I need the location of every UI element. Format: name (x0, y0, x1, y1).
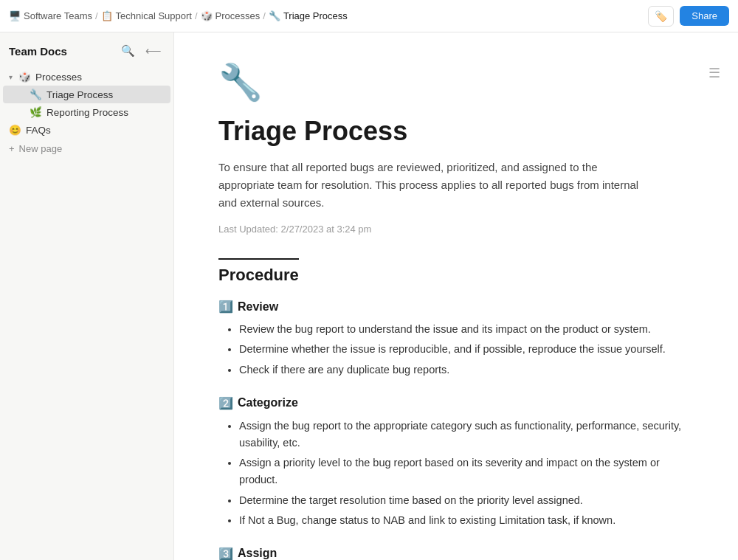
breadcrumb-sep-3: / (263, 10, 266, 21)
plus-icon: + (9, 143, 15, 154)
breadcrumb-sep-1: / (95, 10, 98, 21)
triage-process-label: Triage Process (283, 10, 348, 21)
breadcrumb-item-technical-support[interactable]: 📋 Technical Support (101, 10, 192, 21)
new-page-label: New page (19, 143, 63, 154)
list-item: Determine the target resolution time bas… (239, 492, 694, 509)
chevron-down-icon: ▾ (9, 73, 13, 81)
processes-emoji: 🎲 (201, 10, 213, 21)
sidebar-item-processes[interactable]: ▾ 🎲 Processes (0, 68, 173, 86)
processes-section-emoji: 🎲 (18, 71, 31, 83)
triage-process-nav-label: Triage Process (46, 89, 113, 100)
list-item: Check if there are any duplicate bug rep… (239, 362, 694, 378)
step-categorize: 2️⃣ Categorize Assign the bug report to … (218, 396, 694, 529)
step-review-label: Review (238, 300, 278, 314)
software-teams-emoji: 🖥️ (9, 10, 21, 21)
reporting-process-icon: 🌿 (30, 106, 42, 118)
sidebar: Team Docs 🔍 ⟵ ▾ 🎲 Processes 🔧 Triage Pro… (0, 32, 174, 560)
breadcrumb-sep-2: / (195, 10, 198, 21)
list-item: If Not a Bug, change status to NAB and l… (239, 512, 694, 529)
processes-label: Processes (215, 10, 261, 21)
triage-process-emoji: 🔧 (269, 10, 280, 21)
step-assign-title: 3️⃣ Assign (218, 547, 694, 560)
new-page-button[interactable]: + New page (0, 140, 173, 157)
section-heading: Procedure (218, 258, 299, 285)
outline-toggle-button[interactable]: ☰ (706, 62, 723, 84)
main-layout: Team Docs 🔍 ⟵ ▾ 🎲 Processes 🔧 Triage Pro… (0, 32, 738, 560)
last-updated: Last Updated: 2/27/2023 at 3:24 pm (218, 224, 694, 235)
step-2-emoji: 2️⃣ (218, 396, 233, 410)
step-categorize-bullets: Assign the bug report to the appropriate… (218, 418, 694, 529)
step-assign-label: Assign (238, 547, 277, 560)
page-description: To ensure that all reported bugs are rev… (218, 159, 646, 212)
bookmark-button[interactable]: 🏷️ (648, 6, 674, 27)
technical-support-label: Technical Support (116, 10, 192, 21)
page-emoji: 🔧 (218, 62, 694, 103)
content-area: ☰ 🔧 Triage Process To ensure that all re… (174, 32, 738, 560)
top-bar: 🖥️ Software Teams / 📋 Technical Support … (0, 0, 738, 32)
list-item: Review the bug report to understand the … (239, 321, 694, 338)
list-item: Assign a priority level to the bug repor… (239, 454, 694, 488)
step-review-title: 1️⃣ Review (218, 300, 694, 314)
breadcrumb-item-triage-process[interactable]: 🔧 Triage Process (269, 10, 348, 21)
collapse-sidebar-button[interactable]: ⟵ (142, 43, 165, 59)
sidebar-item-faqs[interactable]: 😊 FAQs (0, 121, 173, 139)
faqs-label: FAQs (26, 125, 51, 136)
step-review-bullets: Review the bug report to understand the … (218, 321, 694, 378)
list-item: Determine whether the issue is reproduci… (239, 341, 694, 358)
step-3-emoji: 3️⃣ (218, 547, 233, 560)
sidebar-nav: ▾ 🎲 Processes 🔧 Triage Process 🌿 Reporti… (0, 65, 173, 160)
software-teams-label: Software Teams (24, 10, 92, 21)
triage-process-icon: 🔧 (30, 89, 42, 100)
step-1-emoji: 1️⃣ (218, 300, 233, 314)
sidebar-header: Team Docs 🔍 ⟵ (0, 32, 173, 65)
step-categorize-label: Categorize (238, 396, 298, 409)
list-item: Assign the bug report to the appropriate… (239, 418, 694, 452)
technical-support-emoji: 📋 (101, 10, 113, 21)
step-review: 1️⃣ Review Review the bug report to unde… (218, 300, 694, 378)
sidebar-title: Team Docs (9, 45, 67, 58)
sidebar-header-icons: 🔍 ⟵ (118, 43, 165, 59)
sidebar-item-reporting-process[interactable]: 🌿 Reporting Process (3, 103, 170, 121)
reporting-process-label: Reporting Process (46, 107, 128, 118)
breadcrumb-item-software-teams[interactable]: 🖥️ Software Teams (9, 10, 92, 21)
processes-section-label: Processes (35, 72, 82, 83)
share-button[interactable]: Share (680, 6, 729, 26)
breadcrumb: 🖥️ Software Teams / 📋 Technical Support … (9, 10, 348, 21)
search-button[interactable]: 🔍 (118, 43, 138, 59)
step-categorize-title: 2️⃣ Categorize (218, 396, 694, 410)
step-assign: 3️⃣ Assign Assign the bug report to the … (218, 547, 694, 560)
faqs-emoji: 😊 (9, 124, 21, 136)
sidebar-item-triage-process[interactable]: 🔧 Triage Process (3, 86, 170, 103)
breadcrumb-item-processes[interactable]: 🎲 Processes (201, 10, 261, 21)
top-bar-actions: 🏷️ Share (648, 6, 729, 27)
page-title: Triage Process (218, 115, 694, 147)
